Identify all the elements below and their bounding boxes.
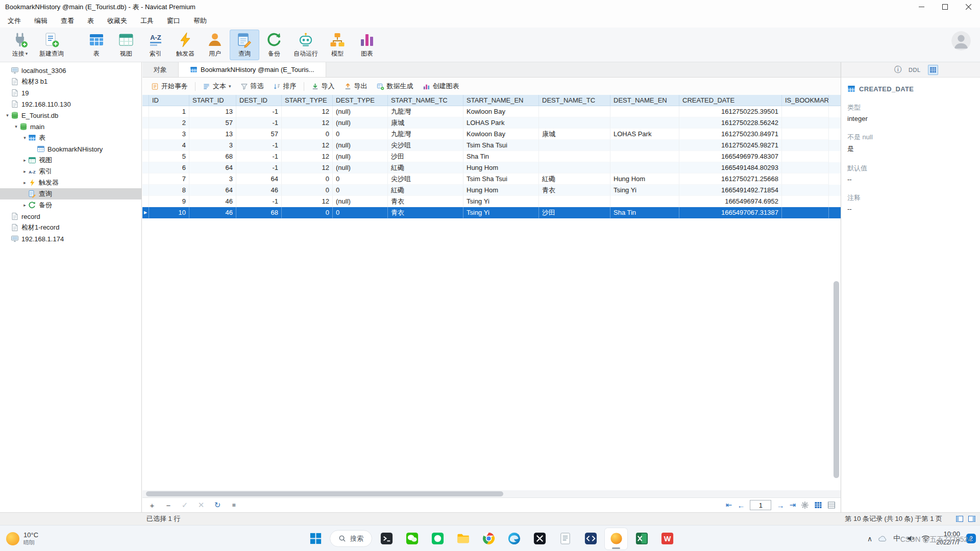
devtool-taskbar-button[interactable] bbox=[579, 528, 602, 549]
cell[interactable]: 3 bbox=[149, 129, 189, 140]
tab-objects[interactable]: 对象 bbox=[142, 62, 178, 77]
table-row[interactable]: 43-112(null)尖沙咀Tsim Sha Tsui1612750245.9… bbox=[142, 140, 841, 151]
wps-taskbar-button[interactable]: W bbox=[656, 528, 678, 549]
avatar[interactable] bbox=[951, 31, 971, 51]
cell[interactable] bbox=[782, 129, 829, 140]
column-header-dest_name_tc[interactable]: DEST_NAME_TC bbox=[539, 95, 610, 106]
ddl-button[interactable]: DDL bbox=[909, 67, 921, 73]
column-header-start_name_tc[interactable]: START_NAME_TC bbox=[388, 95, 463, 106]
grid-view-icon[interactable] bbox=[814, 501, 822, 509]
cell[interactable]: 九龍灣 bbox=[388, 106, 463, 117]
column-header-start_type[interactable]: START_TYPE bbox=[282, 95, 333, 106]
cell[interactable]: 0 bbox=[282, 173, 333, 185]
column-header-start_name_en[interactable]: START_NAME_EN bbox=[463, 95, 539, 106]
close-button[interactable] bbox=[957, 0, 980, 14]
cell[interactable] bbox=[610, 140, 679, 151]
toolbar-view-button[interactable]: 视图 bbox=[111, 30, 141, 60]
tab-table-tab[interactable]: BookmarkNHistory @main (E_Touris... bbox=[178, 62, 326, 77]
column-header-is_bookmark[interactable]: IS_BOOKMARK bbox=[782, 95, 829, 106]
menu-window[interactable]: 窗口 bbox=[160, 14, 187, 28]
cell[interactable] bbox=[610, 106, 679, 117]
chevron-right-icon[interactable]: ▸ bbox=[21, 158, 28, 163]
cell[interactable] bbox=[782, 117, 829, 129]
refresh-button[interactable]: ↻ bbox=[213, 500, 222, 510]
menu-tools[interactable]: 工具 bbox=[134, 14, 160, 28]
sidebar-item-main[interactable]: ▾main bbox=[0, 121, 141, 132]
cell[interactable]: Tsing Yi bbox=[610, 185, 679, 196]
sidebar-item-localhost-3306[interactable]: localhost_3306 bbox=[0, 65, 141, 76]
menu-favorites[interactable]: 收藏夹 bbox=[101, 14, 134, 28]
sidebar-item-19[interactable]: 19 bbox=[0, 87, 141, 98]
cell[interactable] bbox=[539, 151, 610, 162]
cell[interactable]: 青衣 bbox=[388, 196, 463, 207]
cell[interactable]: LOHAS Park bbox=[463, 117, 539, 129]
cell[interactable]: 沙田 bbox=[539, 207, 610, 218]
wechat-taskbar-button[interactable] bbox=[401, 528, 423, 549]
cell[interactable]: 68 bbox=[236, 207, 282, 218]
cell[interactable]: 1665497067.31387 bbox=[679, 207, 782, 218]
terminal-taskbar-button[interactable] bbox=[375, 528, 398, 549]
apply-changes-button[interactable]: ✓ bbox=[180, 500, 189, 510]
cell[interactable]: 4 bbox=[149, 140, 189, 151]
cell[interactable] bbox=[782, 185, 829, 196]
chevron-up-icon[interactable]: ∧ bbox=[867, 535, 872, 543]
settings-gear-icon[interactable] bbox=[801, 501, 809, 509]
toolbar-table-button[interactable]: 表 bbox=[82, 30, 111, 60]
cell[interactable]: -1 bbox=[236, 162, 282, 173]
cell[interactable]: Tsing Yi bbox=[463, 207, 539, 218]
cell[interactable] bbox=[539, 162, 610, 173]
cell[interactable]: 1 bbox=[149, 106, 189, 117]
menu-view[interactable]: 查看 bbox=[54, 14, 81, 28]
cell[interactable]: 7 bbox=[149, 173, 189, 185]
cell[interactable]: 64 bbox=[189, 162, 236, 173]
cell[interactable] bbox=[610, 151, 679, 162]
create-chart-button[interactable]: 创建图表 bbox=[418, 79, 464, 93]
cell[interactable] bbox=[782, 106, 829, 117]
cell[interactable]: 12 bbox=[282, 196, 333, 207]
cell[interactable] bbox=[610, 117, 679, 129]
cell[interactable]: 3 bbox=[189, 140, 236, 151]
cell[interactable]: 12 bbox=[282, 140, 333, 151]
cell[interactable]: Hung Hom bbox=[463, 162, 539, 173]
sidebar-item-record[interactable]: record bbox=[0, 211, 141, 222]
stop-button[interactable]: ■ bbox=[229, 502, 238, 509]
vertical-scrollbar[interactable] bbox=[834, 281, 839, 478]
form-view-icon[interactable] bbox=[827, 501, 836, 509]
cell[interactable]: 10 bbox=[149, 207, 189, 218]
cell[interactable]: 68 bbox=[189, 151, 236, 162]
previous-record-button[interactable]: ← bbox=[737, 501, 745, 510]
cloud-icon[interactable] bbox=[878, 534, 887, 543]
cell[interactable]: 0 bbox=[333, 129, 388, 140]
excel-taskbar-button[interactable] bbox=[630, 528, 653, 549]
cell[interactable]: (null) bbox=[333, 196, 388, 207]
chevron-down-icon[interactable]: ▾ bbox=[21, 135, 28, 140]
cell[interactable] bbox=[539, 106, 610, 117]
cell[interactable]: 13 bbox=[189, 129, 236, 140]
cell[interactable]: 57 bbox=[236, 129, 282, 140]
cell[interactable] bbox=[782, 207, 829, 218]
toolbar-trigger-button[interactable]: 触发器 bbox=[170, 30, 200, 60]
next-record-button[interactable]: → bbox=[776, 501, 784, 510]
cell[interactable] bbox=[539, 117, 610, 129]
notes-taskbar-button[interactable] bbox=[554, 528, 576, 549]
sidebar-item-queries[interactable]: 查询 bbox=[0, 188, 141, 199]
column-header-dest_id[interactable]: DEST_ID bbox=[236, 95, 282, 106]
maximize-button[interactable] bbox=[933, 0, 957, 14]
edge-taskbar-button[interactable] bbox=[503, 528, 525, 549]
cell[interactable]: Hung Hom bbox=[463, 185, 539, 196]
cell[interactable]: 青衣 bbox=[539, 185, 610, 196]
menu-edit[interactable]: 编辑 bbox=[28, 14, 54, 28]
toolbar-model-button[interactable]: 模型 bbox=[323, 30, 352, 60]
toolbar-user-button[interactable]: 用户 bbox=[200, 30, 230, 60]
cell[interactable]: 13 bbox=[189, 106, 236, 117]
column-header-created_date[interactable]: CREATED_DATE bbox=[679, 95, 782, 106]
cell[interactable]: Sha Tin bbox=[610, 207, 679, 218]
cell[interactable]: 12 bbox=[282, 117, 333, 129]
text-button[interactable]: 文本▾ bbox=[198, 79, 236, 93]
filter-button[interactable]: 筛选 bbox=[236, 79, 268, 93]
chevron-right-icon[interactable]: ▸ bbox=[21, 203, 28, 208]
cell[interactable]: 6 bbox=[149, 162, 189, 173]
cell[interactable]: 8 bbox=[149, 185, 189, 196]
cell[interactable] bbox=[610, 162, 679, 173]
cell[interactable]: -1 bbox=[236, 196, 282, 207]
